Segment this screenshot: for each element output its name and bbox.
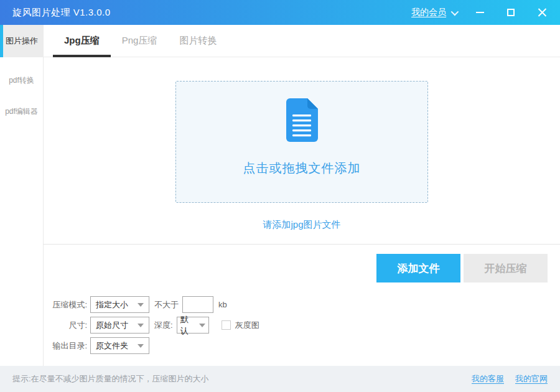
- app-title: 旋风图片处理 V1.3.0.0: [0, 7, 111, 19]
- body: pdf转换 pdf编辑器 点击或拖拽文件添加 请添加jpg图片文件: [0, 57, 560, 366]
- output-dir-label: 输出目录:: [44, 340, 87, 352]
- depth-value: 默认: [180, 314, 195, 337]
- grayscale-option[interactable]: 灰度图: [222, 320, 259, 331]
- grayscale-label: 灰度图: [235, 320, 259, 331]
- header-row: 图片操作 Jpg压缩 Png压缩 图片转换: [0, 25, 560, 57]
- output-dir-value: 原文件夹: [96, 340, 134, 352]
- customer-service-link[interactable]: 我的客服: [472, 373, 504, 385]
- not-greater-label: 不大于: [154, 299, 179, 310]
- dropdown-arrow-icon: [138, 303, 144, 307]
- tab-image-convert[interactable]: 图片转换: [168, 25, 228, 57]
- depth-label: 深度:: [154, 320, 173, 331]
- output-dir-select[interactable]: 原文件夹: [90, 337, 149, 354]
- close-icon: [538, 8, 547, 17]
- maximize-icon: [507, 9, 515, 16]
- dropdown-arrow-icon: [199, 324, 205, 327]
- member-link-label[interactable]: 我的会员: [411, 7, 446, 18]
- divider: [44, 244, 560, 245]
- dropzone-text: 点击或拖拽文件添加: [243, 160, 361, 177]
- titlebar: 旋风图片处理 V1.3.0.0 我的会员: [0, 0, 560, 25]
- size-limit-input[interactable]: [182, 296, 213, 313]
- tab-jpg-compress[interactable]: Jpg压缩: [53, 25, 111, 57]
- start-compress-button[interactable]: 开始压缩: [464, 254, 548, 282]
- minimize-icon: [476, 12, 484, 13]
- dimension-value: 原始尺寸: [96, 320, 134, 331]
- minimize-button[interactable]: [472, 4, 488, 21]
- grayscale-checkbox[interactable]: [222, 320, 231, 330]
- maximize-button[interactable]: [503, 4, 519, 21]
- settings-form: 压缩模式: 指定大小 不大于 kb 尺寸: 原始尺寸 深度:: [44, 296, 560, 354]
- dropdown-arrow-icon: [138, 324, 144, 327]
- dimension-select[interactable]: 原始尺寸: [90, 317, 149, 334]
- compress-mode-value: 指定大小: [96, 299, 134, 310]
- sidebar: pdf转换 pdf编辑器: [0, 57, 44, 366]
- status-bar: 提示:在尽量不减少图片质量的情况下，压缩图片的大小 我的客服 我的官网: [0, 366, 560, 392]
- titlebar-controls: 我的会员: [411, 4, 560, 21]
- compress-mode-row: 压缩模式: 指定大小 不大于 kb: [44, 296, 560, 313]
- sidebar-item-image-ops[interactable]: 图片操作: [0, 25, 44, 57]
- tab-bar: Jpg压缩 Png压缩 图片转换: [44, 25, 560, 57]
- main-panel: 点击或拖拽文件添加 请添加jpg图片文件 添加文件 开始压缩 压缩模式: 指定大…: [44, 57, 560, 366]
- document-icon: [286, 98, 318, 142]
- app-window: 旋风图片处理 V1.3.0.0 我的会员 图片操作 Jpg压缩 Png压缩 图片…: [0, 0, 560, 392]
- sidebar-item-pdf-editor[interactable]: pdf编辑器: [0, 96, 43, 127]
- close-button[interactable]: [534, 4, 550, 21]
- tab-png-compress[interactable]: Png压缩: [111, 25, 169, 57]
- action-buttons: 添加文件 开始压缩: [44, 254, 560, 282]
- compress-mode-label: 压缩模式:: [44, 299, 87, 310]
- dropdown-arrow-icon: [138, 344, 144, 348]
- member-link[interactable]: 我的会员: [411, 7, 457, 18]
- add-files-button[interactable]: 添加文件: [376, 254, 460, 282]
- file-dropzone[interactable]: 点击或拖拽文件添加: [175, 81, 428, 203]
- file-hint-text: 请添加jpg图片文件: [44, 219, 560, 231]
- output-dir-row: 输出目录: 原文件夹: [44, 337, 560, 354]
- official-site-link[interactable]: 我的官网: [515, 373, 548, 385]
- unit-label: kb: [218, 300, 227, 309]
- dimension-row: 尺寸: 原始尺寸 深度: 默认 灰度图: [44, 317, 560, 334]
- chevron-down-icon[interactable]: [451, 7, 459, 16]
- sidebar-item-pdf-convert[interactable]: pdf转换: [0, 65, 43, 96]
- footer-links: 我的客服 我的官网: [472, 373, 548, 385]
- dimension-label: 尺寸:: [44, 320, 87, 331]
- depth-select[interactable]: 默认: [177, 317, 209, 334]
- tip-text: 提示:在尽量不减少图片质量的情况下，压缩图片的大小: [12, 373, 209, 385]
- compress-mode-select[interactable]: 指定大小: [90, 296, 149, 313]
